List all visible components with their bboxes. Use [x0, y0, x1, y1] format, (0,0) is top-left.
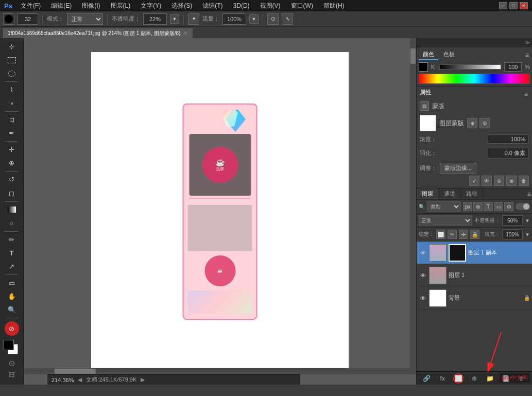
tool-gradient[interactable]: [5, 203, 19, 216]
foreground-color[interactable]: [4, 340, 14, 350]
lock-all-btn[interactable]: 🔒: [470, 230, 479, 239]
layer-opacity-input[interactable]: 50%: [502, 215, 523, 226]
menu-filter[interactable]: 滤镜(T): [200, 1, 225, 11]
layer-blend-mode-select[interactable]: 正常: [419, 215, 472, 226]
tool-quick-select[interactable]: ⚬: [5, 97, 19, 110]
mask-view-btn[interactable]: 👁: [482, 176, 492, 186]
channel-k-slider[interactable]: [439, 64, 501, 70]
layer-filter-select[interactable]: 类型: [427, 201, 461, 212]
menu-help[interactable]: 帮助(H): [321, 1, 347, 11]
tool-path-select[interactable]: ↗: [5, 260, 19, 273]
menu-3d[interactable]: 3D(D): [231, 1, 252, 10]
status-arrow-right[interactable]: ▶: [141, 376, 145, 383]
tool-history-brush[interactable]: ↺: [5, 173, 19, 186]
menu-select[interactable]: 选择(S): [169, 1, 194, 11]
mask-settings-btn[interactable]: ⚙: [479, 118, 490, 128]
flow-options-btn[interactable]: ▼: [249, 14, 259, 24]
menu-layer[interactable]: 图层(L): [109, 1, 133, 11]
mode-select[interactable]: 正常: [67, 13, 103, 25]
panel-collapse-btn[interactable]: ≫: [525, 40, 530, 45]
vscrollbar-thumb[interactable]: [410, 48, 416, 64]
opacity-input[interactable]: [143, 13, 167, 25]
status-arrow-left[interactable]: ◀: [78, 376, 82, 383]
flow-input[interactable]: [222, 13, 246, 25]
mask-link-btn[interactable]: ⊕: [467, 118, 477, 128]
filter-adjust-btn[interactable]: ⊕: [473, 202, 483, 211]
tool-crop[interactable]: ⊡: [5, 113, 19, 126]
smoothing-btn[interactable]: ∿: [282, 13, 293, 25]
opacity-dropdown-btn[interactable]: ▼: [525, 218, 530, 223]
menu-image[interactable]: 图像(I): [80, 1, 102, 11]
close-button[interactable]: ✕: [520, 2, 528, 9]
new-group-btn[interactable]: 📁: [485, 373, 495, 384]
tool-marquee-ellipse[interactable]: [5, 67, 19, 80]
opacity-options-btn[interactable]: ▼: [170, 14, 179, 24]
layer-item-1[interactable]: 👁 图层 1: [417, 264, 532, 287]
tab-channels[interactable]: 通道: [439, 188, 461, 199]
tool-clone[interactable]: ⊕: [5, 157, 19, 169]
airbrush-btn[interactable]: ✦: [188, 13, 199, 25]
menu-view[interactable]: 视图(V): [258, 1, 283, 11]
menu-edit[interactable]: 编辑(E): [49, 1, 74, 11]
mask-delete-btn[interactable]: 🗑: [519, 176, 529, 186]
brush-preview[interactable]: [3, 13, 14, 25]
mask-subtract-btn[interactable]: ⊖: [494, 176, 504, 186]
add-style-btn[interactable]: fx: [437, 373, 448, 384]
tab-swatches[interactable]: 色板: [439, 49, 459, 60]
menu-text[interactable]: 文字(Y): [139, 1, 163, 11]
active-tab[interactable]: 1f004a1569d68cfaa850e16e42ea71f.jpg @ 21…: [2, 28, 193, 38]
fill-dropdown-btn[interactable]: ▼: [525, 232, 530, 237]
lock-paint-btn[interactable]: ✏: [448, 230, 457, 239]
tab-paths[interactable]: 路径: [461, 188, 483, 199]
tool-eyedropper[interactable]: ✒: [5, 127, 19, 140]
channel-k-input[interactable]: [504, 62, 522, 72]
filter-shape-btn[interactable]: ▭: [494, 202, 503, 211]
tool-pen[interactable]: ✏: [5, 233, 19, 246]
filter-text-btn[interactable]: T: [484, 202, 493, 211]
tool-move[interactable]: ⊹: [5, 40, 19, 53]
filter-smart-btn[interactable]: ⚙: [504, 202, 513, 211]
color-spectrum-bar[interactable]: [419, 74, 530, 84]
properties-menu-btn[interactable]: ≡: [523, 91, 529, 98]
tool-heal[interactable]: ✛: [5, 143, 19, 156]
layer-item-background[interactable]: 👁 背景 🔒: [417, 287, 532, 309]
foreground-background-colors[interactable]: [4, 340, 20, 356]
feather-value[interactable]: 0.0 像素: [488, 148, 529, 159]
tab-color[interactable]: 颜色: [419, 49, 438, 60]
tool-hand[interactable]: ✋: [5, 290, 19, 303]
canvas-vscrollbar[interactable]: [410, 38, 416, 374]
filter-pixel-btn[interactable]: px: [463, 202, 472, 211]
canvas-area[interactable]: ☕ 品牌 ☕: [24, 38, 416, 385]
tab-layers[interactable]: 图层: [417, 188, 439, 199]
minimize-button[interactable]: ─: [499, 2, 507, 9]
tablet-pressure-btn[interactable]: ⊙: [267, 13, 279, 25]
screen-mode-btn[interactable]: ⊟: [9, 370, 15, 378]
density-value[interactable]: 100%: [488, 134, 529, 144]
mask-edge-btn[interactable]: 蒙版边缘...: [440, 163, 476, 174]
layer-item-copy[interactable]: 👁 图层 1 副本: [417, 242, 532, 264]
tool-shape[interactable]: ▭: [5, 277, 19, 289]
mask-intersect-btn[interactable]: ⊗: [506, 176, 517, 186]
tool-active-highlighted[interactable]: ⊘: [5, 321, 19, 336]
tool-text[interactable]: T: [5, 247, 19, 260]
maximize-button[interactable]: □: [509, 2, 518, 9]
fill-input[interactable]: 100%: [502, 229, 523, 239]
color-panel-menu-btn[interactable]: ≡: [524, 51, 530, 59]
tool-dodge[interactable]: ○: [5, 217, 19, 230]
lock-move-btn[interactable]: ✛: [459, 230, 468, 239]
canvas-hscrollbar[interactable]: [24, 368, 410, 374]
link-layers-btn[interactable]: 🔗: [421, 373, 432, 384]
layers-menu-btn[interactable]: ≡: [526, 188, 532, 199]
filter-toggle[interactable]: [516, 203, 530, 210]
menu-window[interactable]: 窗口(W): [289, 1, 315, 11]
hscrollbar-thumb[interactable]: [55, 369, 96, 374]
menu-file[interactable]: 文件(F): [19, 1, 43, 11]
tool-eraser[interactable]: ◻: [5, 187, 19, 200]
tool-marquee-rect[interactable]: [5, 54, 19, 66]
new-adjustment-btn[interactable]: ⊕: [469, 373, 479, 384]
tab-close-btn[interactable]: ✕: [183, 30, 187, 36]
lock-transparent-btn[interactable]: ⬜: [436, 230, 445, 239]
tool-lasso[interactable]: ⌇: [5, 83, 19, 96]
tool-zoom[interactable]: 🔍: [5, 303, 19, 316]
layer-visibility-1[interactable]: 👁: [419, 271, 427, 280]
